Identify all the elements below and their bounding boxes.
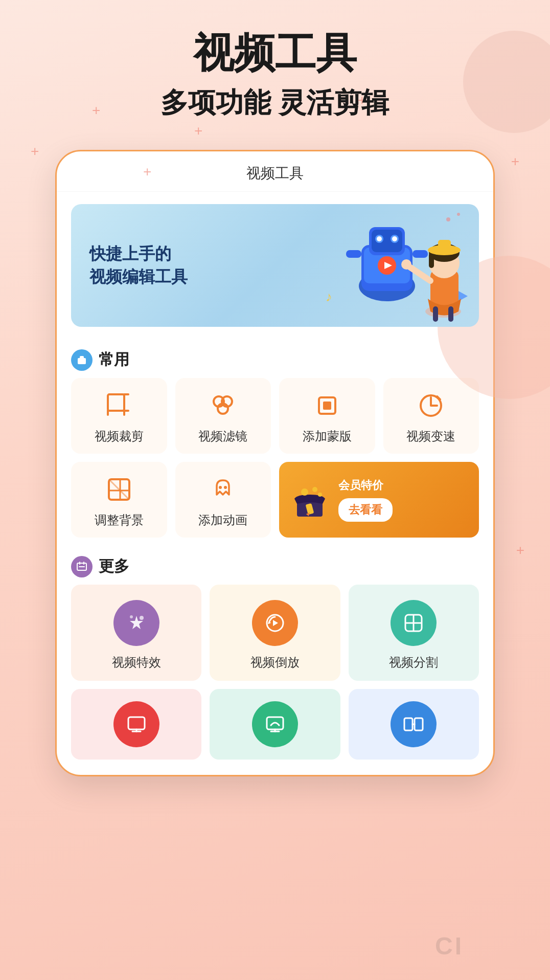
reverse-icon <box>252 600 298 646</box>
bottom-icon-1 <box>113 701 159 747</box>
tool-item-split[interactable]: 视频分割 <box>349 585 479 681</box>
svg-point-45 <box>219 486 222 489</box>
tool-label-reverse: 视频倒放 <box>250 654 300 671</box>
mask-icon <box>312 390 342 421</box>
deco-plus-6: + <box>511 153 519 170</box>
svg-rect-25 <box>433 306 438 322</box>
svg-point-1 <box>457 213 460 216</box>
promo-button[interactable]: 去看看 <box>338 498 393 522</box>
effects-icon <box>113 600 159 646</box>
promo-card[interactable]: 会员特价 去看看 <box>279 462 479 538</box>
svg-point-24 <box>401 259 411 270</box>
tool-item-effects[interactable]: 视频特效 <box>71 585 201 681</box>
tool-label-crop: 视频裁剪 <box>95 428 144 444</box>
svg-point-57 <box>140 616 144 620</box>
tool-label-speed: 视频变速 <box>406 428 455 444</box>
crop-icon <box>104 390 134 421</box>
svg-point-50 <box>318 493 322 497</box>
svg-rect-29 <box>108 394 124 411</box>
page-subtitle: 多项功能 灵活剪辑 <box>20 86 530 119</box>
deco-plus-3: + <box>143 164 151 180</box>
tool-label-animation: 添加动画 <box>198 512 247 528</box>
deco-plus-1: + <box>31 143 39 160</box>
tool-label-mask: 添加蒙版 <box>303 428 352 444</box>
tool-label-filter: 视频滤镜 <box>198 428 247 444</box>
bg-icon <box>104 474 134 505</box>
tool-item-animation[interactable]: 添加动画 <box>175 462 271 538</box>
svg-point-10 <box>392 236 397 241</box>
tool-grid-more: 视频特效 视频倒放 视频分割 <box>57 585 493 681</box>
speed-icon <box>416 390 446 421</box>
tool-grid-common-2: 调整背景 添加动画 <box>57 462 493 538</box>
svg-rect-21 <box>429 253 434 268</box>
tool-item-bottom-3[interactable] <box>349 689 479 760</box>
svg-rect-13 <box>346 250 361 258</box>
banner-line1: 快捷上手的 <box>89 242 188 265</box>
svg-point-9 <box>377 236 382 241</box>
svg-text:♪: ♪ <box>326 289 332 304</box>
header: 视频工具 多项功能 灵活剪辑 <box>0 0 550 135</box>
svg-point-46 <box>224 486 227 489</box>
banner[interactable]: 快捷上手的 视频编辑工具 <box>71 204 479 327</box>
tool-item-reverse[interactable]: 视频倒放 <box>210 585 340 681</box>
tool-label-split: 视频分割 <box>389 654 438 671</box>
banner-illustration: ♪ <box>285 204 479 327</box>
section-more: 更多 <box>57 546 493 585</box>
svg-point-58 <box>130 615 133 618</box>
page-title: 视频工具 <box>20 31 530 76</box>
section-icon-more <box>71 556 93 577</box>
tool-label-effects: 视频特效 <box>112 654 161 671</box>
svg-rect-72 <box>415 718 423 730</box>
svg-rect-23 <box>438 240 451 251</box>
svg-rect-65 <box>128 717 145 729</box>
svg-rect-14 <box>413 250 428 258</box>
bottom-icon-3 <box>391 701 437 747</box>
svg-point-48 <box>301 488 308 496</box>
tool-item-speed[interactable]: 视频变速 <box>383 378 479 454</box>
svg-rect-26 <box>448 306 453 322</box>
promo-badge: 会员特价 <box>338 478 469 493</box>
animation-icon <box>208 474 238 505</box>
svg-rect-71 <box>404 718 413 730</box>
svg-line-44 <box>109 479 129 500</box>
svg-marker-60 <box>273 620 278 626</box>
section-icon-common <box>71 349 93 371</box>
tool-item-crop[interactable]: 视频裁剪 <box>71 378 167 454</box>
bottom-icon-2 <box>252 701 298 747</box>
section-label-common: 常用 <box>99 349 129 370</box>
section-label-more: 更多 <box>99 556 129 577</box>
ci-watermark: CI <box>349 912 550 980</box>
tool-item-bottom-2[interactable] <box>210 689 340 760</box>
svg-rect-28 <box>80 356 84 359</box>
tool-grid-common: 视频裁剪 视频滤镜 添加蒙版 <box>57 378 493 454</box>
filter-icon <box>208 390 238 421</box>
svg-rect-38 <box>323 402 331 410</box>
deco-plus-7: + <box>516 542 524 559</box>
banner-text: 快捷上手的 视频编辑工具 <box>71 227 206 304</box>
tool-grid-bottom <box>57 689 493 760</box>
promo-text: 会员特价 去看看 <box>338 478 469 522</box>
svg-point-49 <box>312 487 317 492</box>
phone-topbar: 视频工具 <box>57 151 493 192</box>
promo-illustration <box>289 479 330 520</box>
tool-item-bg[interactable]: 调整背景 <box>71 462 167 538</box>
tool-item-bottom-1[interactable] <box>71 689 201 760</box>
split-icon <box>391 600 437 646</box>
tool-item-filter[interactable]: 视频滤镜 <box>175 378 271 454</box>
phone-frame: 视频工具 快捷上手的 视频编辑工具 <box>55 150 495 776</box>
tool-item-mask[interactable]: 添加蒙版 <box>279 378 375 454</box>
banner-line2: 视频编辑工具 <box>89 265 188 288</box>
svg-point-0 <box>446 217 450 221</box>
tool-label-bg: 调整背景 <box>95 512 144 528</box>
section-common: 常用 <box>57 339 493 378</box>
